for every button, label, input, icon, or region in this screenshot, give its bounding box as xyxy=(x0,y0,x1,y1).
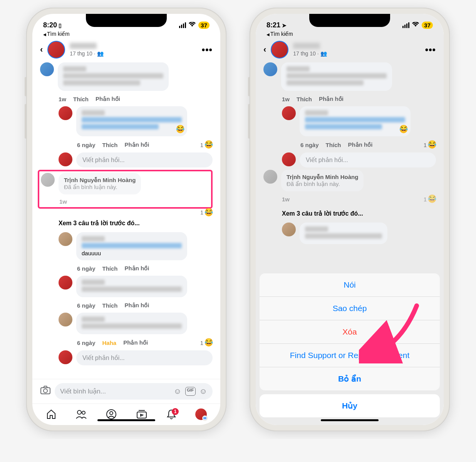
cellular-icon xyxy=(402,22,409,28)
battery-badge: 37 xyxy=(198,22,210,29)
like-button[interactable]: Thích xyxy=(102,265,118,272)
self-avatar[interactable] xyxy=(59,350,72,364)
reply-button[interactable]: Phản hồi xyxy=(319,95,344,102)
comment-item[interactable] xyxy=(40,62,213,91)
notification-badge: 1 xyxy=(172,408,179,415)
phone-right: 8:21 ➤ 37 Tìm kiếm ‹ 17 thg 10 · � xyxy=(250,8,450,431)
reaction-count[interactable]: 1 xyxy=(200,340,203,346)
reply-item[interactable] xyxy=(282,223,436,244)
commenter-avatar[interactable] xyxy=(59,106,72,120)
reply-input[interactable]: Viết phản hồi... xyxy=(300,152,436,167)
comment-item[interactable] xyxy=(263,62,436,91)
commenter-avatar[interactable] xyxy=(282,106,296,120)
comment-composer: Viết bình luận... ☺ GIF ☺ xyxy=(32,379,220,403)
like-button[interactable]: Thích xyxy=(73,96,89,102)
sheet-unhide[interactable]: Bỏ ẩn xyxy=(260,367,440,390)
like-button[interactable]: Thích xyxy=(297,96,312,102)
self-avatar[interactable] xyxy=(282,152,296,166)
post-author-name[interactable] xyxy=(293,43,320,49)
like-button[interactable]: Thích xyxy=(102,142,118,148)
self-avatar[interactable] xyxy=(59,152,72,166)
sheet-speak[interactable]: Nói xyxy=(260,273,440,297)
comment-time: 1w xyxy=(59,96,66,102)
reply-input-row: Viết phản hồi... xyxy=(59,350,213,365)
commenter-avatar[interactable] xyxy=(282,223,296,236)
hidden-comment-text: Đã ẩn bình luận này. xyxy=(287,181,358,187)
more-options-icon[interactable]: ••• xyxy=(202,44,213,55)
menu-tab-icon[interactable] xyxy=(195,408,207,423)
friends-tab-icon[interactable] xyxy=(75,409,87,422)
like-button[interactable]: Thích xyxy=(326,142,341,148)
back-to-search[interactable]: Tìm kiếm xyxy=(32,30,220,37)
sticker-icon[interactable]: ☺ xyxy=(174,387,181,396)
reply-input-row: Viết phản hồi... xyxy=(59,152,213,167)
comment-time: 6 ngày xyxy=(77,142,96,148)
reply-item[interactable]: dauuuu xyxy=(59,232,213,260)
more-options-icon[interactable]: ••• xyxy=(425,44,436,55)
comment-input[interactable]: Viết bình luận... ☺ GIF ☺ xyxy=(55,383,213,400)
reply-input[interactable]: Viết phản hồi... xyxy=(76,350,213,365)
hidden-comment-author[interactable]: Trịnh Nguyễn Minh Hoàng xyxy=(64,177,136,184)
haha-reaction-icon[interactable] xyxy=(205,339,213,346)
post-author-avatar[interactable] xyxy=(47,41,65,59)
home-indicator[interactable] xyxy=(97,419,155,421)
hidden-comment[interactable]: Trịnh Nguyễn Minh Hoàng Đã ẩn bình luận … xyxy=(263,170,436,191)
comment-time: 1w xyxy=(282,96,290,102)
back-to-search[interactable]: Tìm kiếm xyxy=(256,30,444,37)
post-author-name[interactable] xyxy=(70,43,97,49)
reply-button[interactable]: Phản hồi xyxy=(125,302,149,309)
notifications-tab-icon[interactable]: 1 xyxy=(166,409,176,422)
wifi-icon xyxy=(412,21,419,29)
reply-button[interactable]: Phản hồi xyxy=(125,141,149,148)
commenter-avatar[interactable] xyxy=(41,173,55,187)
view-previous-replies[interactable]: Xem 3 câu trả lời trước đó... xyxy=(282,210,436,217)
reply-input[interactable]: Viết phản hồi... xyxy=(76,152,213,167)
screen-left: 8:20 ▯ 37 Tìm kiếm ‹ 17 thg 10 · 👥 ••• xyxy=(32,14,220,425)
haha-reaction-icon[interactable] xyxy=(205,141,213,149)
like-button[interactable]: Haha xyxy=(102,340,117,346)
commenter-avatar[interactable] xyxy=(59,313,72,326)
reaction-count[interactable]: 1 xyxy=(424,196,427,203)
gif-icon[interactable]: GIF xyxy=(185,387,195,396)
reply-item[interactable] xyxy=(59,313,213,334)
view-previous-replies[interactable]: Xem 3 câu trả lời trước đó... xyxy=(59,219,213,227)
post-header: ‹ 17 thg 10 · 👥 ••• xyxy=(32,37,220,62)
haha-reaction-icon[interactable] xyxy=(205,209,213,216)
reply-button[interactable]: Phản hồi xyxy=(125,265,149,272)
emoji-icon[interactable]: ☺ xyxy=(199,387,207,396)
comment-bubble[interactable] xyxy=(58,62,169,91)
reaction-count[interactable]: 1 xyxy=(200,142,203,148)
back-chevron-icon[interactable]: ‹ xyxy=(40,45,43,55)
reply-item[interactable] xyxy=(59,106,213,136)
sheet-cancel[interactable]: Hủy xyxy=(260,394,440,417)
camera-icon[interactable] xyxy=(40,385,51,397)
commenter-avatar[interactable] xyxy=(59,276,72,290)
comments-list[interactable]: 1w Thích Phản hồi 6 ngày Thích Phản hồi … xyxy=(32,62,220,379)
hidden-comment-author[interactable]: Trịnh Nguyễn Minh Hoàng xyxy=(287,174,358,181)
laugh-emoji-icon xyxy=(400,126,407,133)
svg-point-5 xyxy=(110,412,113,415)
haha-reaction-icon[interactable] xyxy=(428,141,436,149)
back-chevron-icon[interactable]: ‹ xyxy=(263,45,266,55)
svg-point-1 xyxy=(44,389,47,393)
reply-item[interactable] xyxy=(59,276,213,297)
commenter-avatar[interactable] xyxy=(263,170,277,184)
reply-button[interactable]: Phản hồi xyxy=(348,141,373,148)
post-author-avatar[interactable] xyxy=(271,41,288,59)
commenter-avatar[interactable] xyxy=(40,62,54,76)
comment-actions: 1w Thích Phản hồi xyxy=(40,93,213,106)
home-tab-icon[interactable] xyxy=(46,409,57,422)
reply-button[interactable]: Phản hồi xyxy=(123,339,148,346)
reply-item[interactable] xyxy=(282,106,436,136)
reply-button[interactable]: Phản hồi xyxy=(96,95,120,102)
status-time: 8:20 xyxy=(43,21,57,29)
like-button[interactable]: Thích xyxy=(102,302,118,309)
haha-reaction-icon[interactable] xyxy=(428,195,436,203)
hidden-comment[interactable]: Trịnh Nguyễn Minh Hoàng Đã ẩn bình luận … xyxy=(41,173,210,194)
status-time: 8:21 xyxy=(266,21,280,29)
commenter-avatar[interactable] xyxy=(263,62,277,76)
commenter-avatar[interactable] xyxy=(59,232,72,246)
cellular-icon xyxy=(179,22,186,28)
reaction-count[interactable]: 1 xyxy=(200,209,203,216)
reaction-count[interactable]: 1 xyxy=(424,142,427,148)
